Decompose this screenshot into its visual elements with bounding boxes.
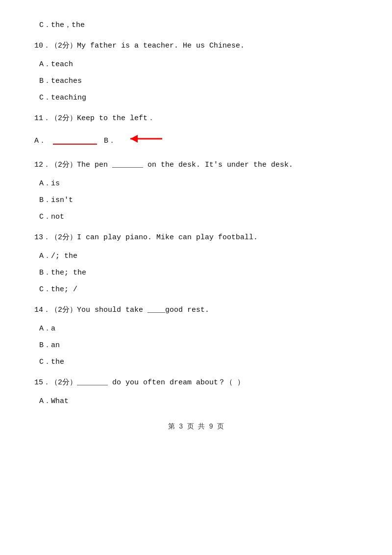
svg-marker-1	[130, 135, 138, 143]
question-11: 11．（2分）Keep to the left． A． B．	[34, 113, 358, 151]
question-14: 14．（2分）You should take ____good rest. A．…	[34, 304, 358, 368]
question-15-text: 15．（2分）_______ do you often dream about？…	[34, 377, 358, 389]
question-14-text: 14．（2分）You should take ____good rest.	[34, 304, 358, 316]
question-12-option-a: A．is	[34, 178, 358, 190]
question-11-a-prefix: A．	[34, 135, 46, 147]
question-10-option-a: A．teach	[34, 59, 358, 71]
question-11-options: A． B．	[34, 131, 358, 151]
option-c-the-the: C．the，the	[34, 20, 358, 31]
question-12-text: 12．（2分）The pen _______ on the desk. It's…	[34, 159, 358, 171]
question-13-option-c: C．the; /	[34, 284, 358, 296]
question-11-text: 11．（2分）Keep to the left．	[34, 113, 358, 125]
question-13-option-a: A．/; the	[34, 251, 358, 262]
question-13-option-b: B．the; the	[34, 267, 358, 279]
question-10-option-c: C．teaching	[34, 92, 358, 104]
question-15: 15．（2分）_______ do you often dream about？…	[34, 377, 358, 407]
question-12: 12．（2分）The pen _______ on the desk. It's…	[34, 159, 358, 223]
option-c-the-the-text: C．the，the	[34, 20, 358, 31]
question-10: 10．（2分）My father is a teacher. He us Chi…	[34, 40, 358, 104]
page-footer: 第 3 页 共 9 页	[34, 422, 358, 431]
question-12-option-b: B．isn't	[34, 195, 358, 206]
question-14-option-c: C．the	[34, 356, 358, 368]
question-14-option-a: A．a	[34, 323, 358, 335]
question-13: 13．（2分）I can play piano. Mike can play f…	[34, 232, 358, 296]
question-15-option-a: A．What	[34, 396, 358, 407]
question-11-b-prefix: B．	[104, 135, 116, 147]
question-13-text: 13．（2分）I can play piano. Mike can play f…	[34, 232, 358, 244]
question-11-a-underline	[53, 138, 97, 145]
question-12-option-c: C．not	[34, 211, 358, 223]
question-10-option-b: B．teaches	[34, 76, 358, 87]
question-10-text: 10．（2分）My father is a teacher. He us Chi…	[34, 40, 358, 52]
arrow-icon	[125, 131, 165, 151]
question-14-option-b: B．an	[34, 340, 358, 352]
